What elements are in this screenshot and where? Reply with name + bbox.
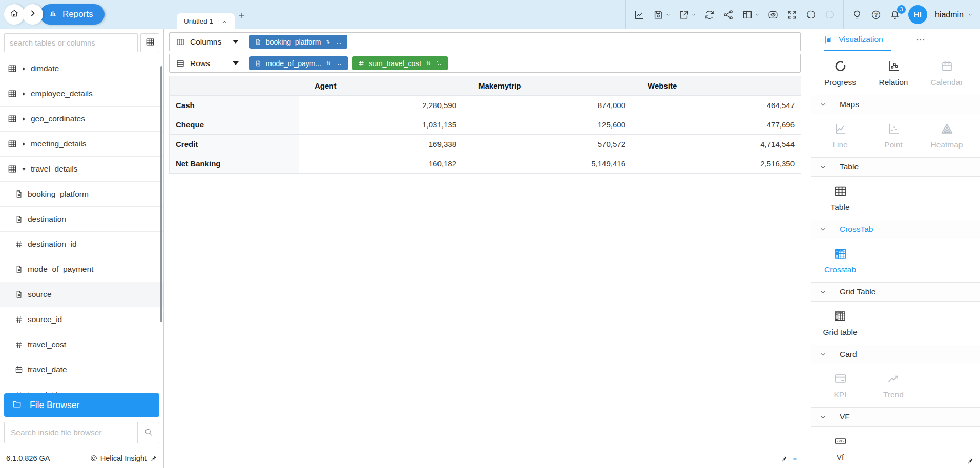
undo-button[interactable]	[805, 9, 817, 20]
user-menu[interactable]: hiadmin	[935, 10, 973, 19]
close-tab-icon[interactable]	[222, 18, 227, 24]
crosstab-table: AgentMakemytripWebsiteCash2,280,590874,0…	[169, 76, 801, 174]
viz-section-CrossTab[interactable]: CrossTab	[811, 220, 980, 239]
columns-chips: booking_platform	[244, 33, 352, 51]
swap-axis-icon[interactable]	[325, 38, 331, 45]
search-icon[interactable]	[137, 422, 159, 443]
preview-button[interactable]	[767, 9, 779, 20]
caret-right-icon[interactable]	[21, 66, 27, 72]
rows-label: Rows	[190, 59, 210, 68]
field-pill-mode_of_paym...[interactable]: mode_of_paym...	[249, 56, 348, 70]
viz-type-Line[interactable]: Line	[832, 121, 847, 150]
panel-layout-icon[interactable]	[742, 9, 753, 20]
swap-axis-icon[interactable]	[325, 60, 332, 67]
breadcrumb-expand-button[interactable]	[23, 4, 43, 25]
viz-section-Grid Table[interactable]: Grid Table	[811, 282, 980, 302]
sparkle-icon[interactable]	[791, 456, 798, 462]
svg-text:<VF>: <VF>	[837, 439, 844, 443]
pin-canvas-icon[interactable]	[780, 455, 788, 463]
pin-sidebar-icon[interactable]	[149, 454, 157, 462]
viz-type-Crosstab[interactable]: Crosstab	[824, 246, 856, 274]
save-dropdown-icon[interactable]	[665, 12, 671, 17]
remove-field-icon[interactable]	[336, 38, 342, 45]
chart-mode-button[interactable]	[634, 9, 645, 20]
columns-dropdown-caret[interactable]	[233, 40, 239, 44]
viz-type-Trend[interactable]: Trend	[883, 371, 904, 399]
sidebar-column-mode_of_payment[interactable]: mode_of_payment	[0, 257, 163, 282]
column-label: destination	[28, 215, 66, 224]
notifications-button[interactable]: 3	[889, 9, 901, 20]
caret-right-icon[interactable]	[21, 116, 27, 122]
save-icon[interactable]	[653, 9, 664, 20]
file-browser-search-input[interactable]	[5, 422, 137, 443]
sidebar-column-destination_id[interactable]: destination_id	[0, 232, 163, 257]
swap-axis-icon[interactable]	[425, 60, 432, 67]
table-icon	[833, 184, 847, 198]
crosstab-cell: 874,000	[463, 96, 632, 115]
insights-button[interactable]	[851, 9, 863, 20]
layout-dropdown-icon[interactable]	[755, 12, 760, 17]
sidebar-column-destination[interactable]: destination	[0, 207, 163, 232]
viz-type-Calendar[interactable]: Calendar	[931, 59, 963, 87]
help-button[interactable]: ?	[870, 9, 882, 20]
report-tab[interactable]: Untitled 1	[177, 13, 235, 29]
tab-visualization[interactable]: Visualization	[824, 29, 891, 51]
viz-section-Maps[interactable]: Maps	[811, 95, 980, 114]
rows-shelf-label[interactable]: Rows	[170, 54, 244, 72]
crosstab-corner	[170, 76, 299, 96]
home-button[interactable]	[4, 4, 25, 25]
viz-type-KPI[interactable]: KPI	[833, 371, 847, 399]
viz-type-Grid table[interactable]: Grid table	[823, 309, 857, 337]
caret-right-icon[interactable]	[21, 141, 27, 147]
sidebar-column-travel_cost[interactable]: travel_cost	[0, 332, 163, 357]
field-pill-booking_platform[interactable]: booking_platform	[249, 35, 347, 49]
sidebar-table-meeting_details[interactable]: meeting_details	[0, 132, 163, 157]
avatar[interactable]: HI	[908, 5, 927, 24]
viz-section-Table[interactable]: Table	[811, 157, 980, 177]
more-options-icon[interactable]	[915, 34, 926, 46]
sidebar-column-source[interactable]: source	[0, 282, 163, 307]
fullscreen-button[interactable]	[786, 9, 798, 20]
redo-button[interactable]	[824, 9, 836, 20]
share-button[interactable]	[723, 9, 734, 20]
viz-section-Card[interactable]: Card	[811, 345, 980, 364]
caret-right-icon[interactable]	[21, 91, 27, 97]
chevron-down-icon	[820, 164, 826, 171]
viz-section-VF[interactable]: VF	[811, 407, 980, 427]
field-pill-sum_travel_cost[interactable]: sum_travel_cost	[352, 56, 448, 70]
sidebar-column-booking_platform[interactable]: booking_platform	[0, 182, 163, 207]
viz-type-Vf[interactable]: <VF>Vf	[833, 434, 847, 462]
table-view-button[interactable]	[140, 33, 159, 52]
viz-type-Heatmap[interactable]: Heatmap	[931, 121, 963, 150]
tables-search-input[interactable]	[4, 33, 138, 52]
remove-field-icon[interactable]	[336, 60, 343, 67]
sidebar-scrollbar[interactable]	[160, 66, 162, 322]
rows-dropdown-caret[interactable]	[233, 61, 239, 65]
sidebar-column-source_id[interactable]: source_id	[0, 307, 163, 332]
viz-type-Progress[interactable]: Progress	[824, 59, 856, 87]
refresh-button[interactable]	[704, 9, 715, 20]
layout-button-group[interactable]	[742, 9, 760, 20]
viz-type-Table[interactable]: Table	[830, 184, 849, 212]
caret-down-icon[interactable]	[21, 166, 27, 172]
save-button-group[interactable]	[653, 9, 671, 20]
export-dropdown-icon[interactable]	[691, 12, 696, 17]
sidebar-table-employee_details[interactable]: employee_details	[0, 81, 163, 107]
file-browser-button[interactable]: File Browser	[4, 393, 159, 417]
remove-field-icon[interactable]	[436, 60, 443, 67]
export-icon[interactable]	[678, 9, 690, 20]
new-tab-button[interactable]	[238, 11, 246, 19]
export-button-group[interactable]	[678, 9, 696, 20]
pin-panel-icon[interactable]	[966, 457, 974, 465]
sidebar-table-dimdate[interactable]: dimdate	[0, 56, 163, 81]
viz-type-Relation[interactable]: Relation	[879, 59, 908, 87]
sidebar-column-travel_date[interactable]: travel_date	[0, 357, 163, 382]
crosstab-cell: 477,696	[632, 115, 801, 135]
viz-type-Point[interactable]: Point	[884, 121, 902, 150]
columns-shelf-label[interactable]: Columns	[170, 33, 244, 51]
sidebar-table-travel_details[interactable]: travel_details	[0, 157, 163, 182]
chevron-down-icon	[820, 226, 826, 233]
sidebar-column-travel_id[interactable]: travel_id	[0, 382, 163, 393]
sidebar-table-geo_cordinates[interactable]: geo_cordinates	[0, 107, 163, 132]
reports-button[interactable]: Reports	[40, 4, 105, 25]
